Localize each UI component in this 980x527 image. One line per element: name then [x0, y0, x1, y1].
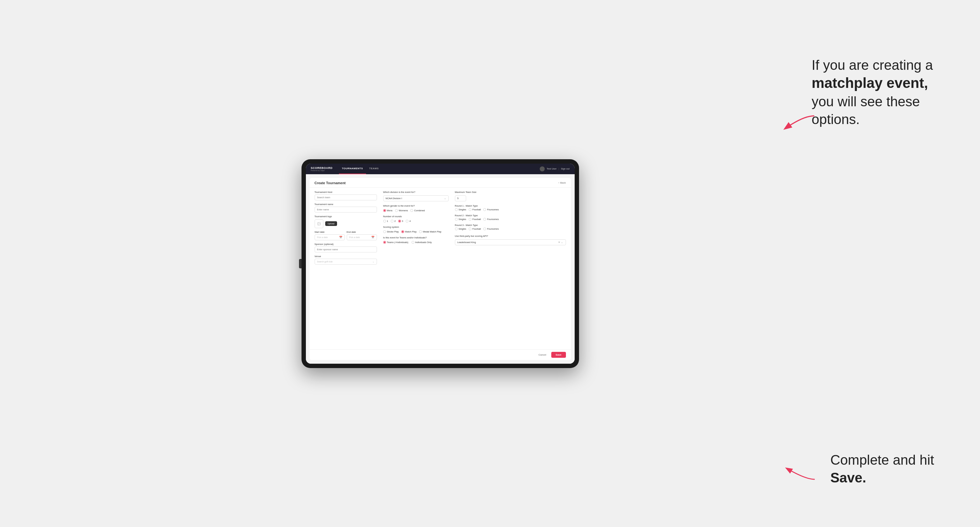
- round-2-radio[interactable]: [391, 220, 393, 222]
- gender-field: Which gender is the event for? Mens Wome…: [383, 205, 449, 212]
- matchplay-annotation: If you are creating a matchplay event, y…: [811, 56, 961, 128]
- division-select[interactable]: NCAA Division I ⌄: [383, 195, 449, 201]
- arrow-to-matchplay: [774, 114, 818, 132]
- round3-singles[interactable]: Singles: [455, 227, 466, 230]
- scoring-medal-radio[interactable]: [419, 230, 422, 233]
- calendar-icon-2: 📅: [371, 236, 374, 239]
- gender-womens-radio[interactable]: [395, 209, 398, 212]
- round2-foursomes[interactable]: Foursomes: [483, 218, 499, 221]
- round3-label: Round 3 - Match Type: [455, 224, 566, 227]
- round1-fourball-radio[interactable]: [469, 208, 471, 211]
- username: Test User: [547, 167, 557, 170]
- max-team-size-input[interactable]: [455, 195, 466, 201]
- gender-mens[interactable]: Mens: [383, 209, 393, 212]
- brand: SCOREBOARD Powered by clippt: [311, 167, 333, 171]
- form-title: Create Tournament: [315, 181, 346, 185]
- tab-teams[interactable]: TEAMS: [366, 163, 382, 174]
- scoring-label: Scoring system: [383, 225, 449, 229]
- round2-label: Round 2 - Match Type: [455, 214, 566, 217]
- tournament-name-input[interactable]: [315, 206, 377, 213]
- tab-tournaments[interactable]: TOURNAMENTS: [339, 163, 366, 174]
- user-info: Test User | Sign out: [540, 167, 570, 171]
- teams-label: Is this event for Teams and/or Individua…: [383, 236, 449, 239]
- teams-field: Is this event for Teams and/or Individua…: [383, 236, 449, 244]
- round3-fourball-radio[interactable]: [469, 227, 471, 230]
- round3-fourball[interactable]: Fourball: [469, 227, 481, 230]
- round-4-radio[interactable]: [406, 220, 409, 222]
- sponsor-input[interactable]: [315, 246, 377, 252]
- start-date-label: Start date: [315, 231, 345, 233]
- scoring-match-radio[interactable]: [401, 230, 404, 233]
- teams-radio[interactable]: [383, 241, 386, 244]
- round2-foursomes-radio[interactable]: [483, 218, 486, 221]
- max-team-size-label: Maximum Team Size: [455, 191, 566, 194]
- sponsor-label: Sponsor (optional): [315, 243, 377, 246]
- round2-singles[interactable]: Singles: [455, 218, 466, 221]
- round2-fourball-radio[interactable]: [469, 218, 471, 221]
- gender-womens[interactable]: Womens: [395, 209, 408, 212]
- individuals-radio[interactable]: [412, 241, 414, 244]
- gender-combined[interactable]: Combined: [410, 209, 425, 212]
- gender-combined-radio[interactable]: [410, 209, 413, 212]
- gender-mens-radio[interactable]: [383, 209, 386, 212]
- form-header: Create Tournament ‹ Back: [310, 178, 571, 187]
- save-button[interactable]: Save: [551, 352, 566, 358]
- teams-option[interactable]: Teams (+Individuals): [383, 241, 409, 244]
- round2-fourball[interactable]: Fourball: [469, 218, 481, 221]
- division-chevron-icon: ⌄: [444, 197, 446, 200]
- right-column: Maximum Team Size Round 1 - Match Type S…: [455, 191, 566, 346]
- api-field: Use third-party live scoring API? Leader…: [455, 235, 566, 245]
- api-close-icon[interactable]: ✕ ⌄: [558, 241, 563, 244]
- round-3[interactable]: 3: [398, 220, 403, 222]
- scoring-match[interactable]: Match Play: [401, 230, 417, 233]
- calendar-icon: 📅: [339, 236, 342, 239]
- avatar: [540, 167, 545, 171]
- cancel-button[interactable]: Cancel: [536, 352, 549, 357]
- individuals-option[interactable]: Individuals Only: [412, 241, 432, 244]
- left-column: Tournament Host Tournament name Tourname…: [315, 191, 377, 346]
- tournament-logo-label: Tournament logo: [315, 215, 377, 218]
- tournament-host-input[interactable]: [315, 194, 377, 200]
- main-content: Create Tournament ‹ Back Tournament Host: [306, 174, 575, 364]
- annotation-text-1: If you are creating a: [811, 57, 933, 73]
- round-3-radio[interactable]: [398, 220, 401, 222]
- tournament-host-label: Tournament Host: [315, 191, 377, 194]
- round3-singles-radio[interactable]: [455, 227, 458, 230]
- scoring-field: Scoring system Stroke Play Match Play: [383, 225, 449, 233]
- signout-link[interactable]: Sign out: [561, 167, 570, 170]
- back-label: Back: [560, 181, 566, 184]
- round2-singles-radio[interactable]: [455, 218, 458, 221]
- round1-options: Singles Fourball Foursomes: [455, 208, 566, 211]
- middle-column: Which division is the event for? NCAA Di…: [383, 191, 449, 346]
- round1-label: Round 1 - Match Type: [455, 205, 566, 207]
- annotation-text-2: matchplay event,: [811, 75, 928, 91]
- venue-label: Venue: [315, 255, 377, 258]
- back-button[interactable]: ‹ Back: [558, 181, 566, 184]
- start-date-input[interactable]: Pick a date 📅: [315, 234, 345, 240]
- round3-foursomes-radio[interactable]: [483, 227, 486, 230]
- api-tag[interactable]: Leaderboard King ✕ ⌄: [455, 239, 566, 245]
- round1-singles-radio[interactable]: [455, 208, 458, 211]
- brand-name: SCOREBOARD: [311, 167, 333, 170]
- scoring-medal[interactable]: Medal Match Play: [419, 230, 442, 233]
- scoring-stroke[interactable]: Stroke Play: [383, 230, 399, 233]
- round-1[interactable]: 1: [383, 220, 388, 222]
- division-value: NCAA Division I: [386, 197, 402, 200]
- round1-singles[interactable]: Singles: [455, 208, 466, 211]
- sponsor-field: Sponsor (optional): [315, 243, 377, 252]
- upload-button[interactable]: Upload: [325, 221, 337, 226]
- round-4[interactable]: 4: [406, 220, 410, 222]
- round1-fourball[interactable]: Fourball: [469, 208, 481, 211]
- round-2[interactable]: 2: [391, 220, 396, 222]
- round1-foursomes[interactable]: Foursomes: [483, 208, 499, 211]
- round1-foursomes-radio[interactable]: [483, 208, 486, 211]
- save-text-1: Complete and hit: [830, 452, 934, 467]
- scoring-stroke-radio[interactable]: [383, 230, 386, 233]
- venue-select[interactable]: Search golf club ⌄: [315, 259, 377, 265]
- round-1-radio[interactable]: [383, 220, 386, 222]
- tournament-name-label: Tournament name: [315, 203, 377, 206]
- round3-foursomes[interactable]: Foursomes: [483, 227, 499, 230]
- tablet-screen: SCOREBOARD Powered by clippt TOURNAMENTS…: [306, 163, 575, 364]
- start-date-field: Start date Pick a date 📅: [315, 231, 345, 240]
- end-date-input[interactable]: Pick a date 📅: [347, 234, 377, 240]
